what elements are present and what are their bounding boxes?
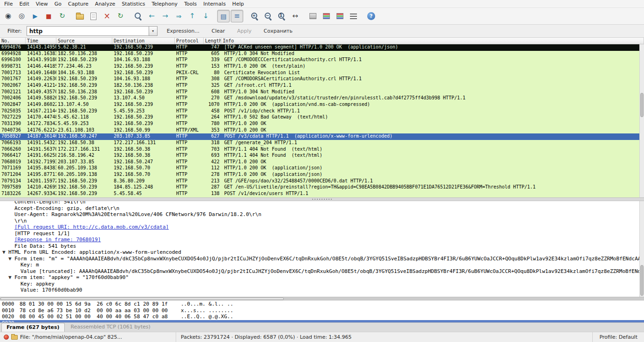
help-button[interactable]: ? bbox=[365, 10, 377, 22]
go-to-packet-button[interactable]: ⇒ bbox=[172, 10, 185, 22]
expander-icon[interactable]: ▼ bbox=[8, 274, 14, 281]
start-capture-button[interactable]: ▶ bbox=[29, 10, 41, 22]
open-file-button[interactable] bbox=[74, 10, 86, 22]
packet-row[interactable]: 700171314149.16486(104.16.93.188192.168.… bbox=[0, 70, 644, 77]
zoom-out-button[interactable]: − bbox=[262, 10, 274, 22]
scrollbar-thumb[interactable] bbox=[640, 265, 644, 296]
coloring-rules-button[interactable] bbox=[334, 10, 346, 22]
find-packet-button[interactable] bbox=[132, 10, 144, 22]
expander-icon[interactable]: ▼ bbox=[2, 249, 8, 256]
tab-frame[interactable]: Frame (627 bytes) bbox=[1, 323, 65, 332]
go-back-button[interactable]: ← bbox=[145, 10, 158, 22]
menu-analyze[interactable]: Analyze bbox=[92, 0, 118, 8]
packet-row[interactable]: 700206714149.41214(192.168.50.239182.50.… bbox=[0, 83, 644, 89]
packet-row[interactable]: 705892714187.36146(192.168.50.247203.107… bbox=[0, 133, 644, 140]
column-header-destination[interactable]: Destination bbox=[112, 38, 175, 44]
autoscroll-toggle-button[interactable]: ≡ bbox=[231, 10, 243, 22]
detail-line[interactable]: ▼Form item: "appkey" = "170f60d0bab90" bbox=[0, 274, 644, 281]
packet-row[interactable]: 699487614143.14950:5.62.38.21192.168.50.… bbox=[0, 44, 644, 51]
capture-file-icon[interactable] bbox=[11, 335, 18, 340]
column-header-protocol[interactable]: Protocol bbox=[175, 38, 204, 44]
menu-file[interactable]: File bbox=[1, 0, 16, 8]
menu-view[interactable]: View bbox=[33, 0, 51, 8]
packet-row[interactable]: 706619314191.54321(192.168.50.38172.217.… bbox=[0, 140, 644, 147]
filter-label-button[interactable]: Filter: bbox=[4, 27, 26, 35]
packet-row[interactable]: 707913414201.15972(192.168.50.2398.36.80… bbox=[0, 178, 644, 185]
restart-capture-button[interactable]: ↻ bbox=[56, 10, 69, 22]
detail-line[interactable]: User-Agent: Ragnarok%20M%3A%20Eternal%20… bbox=[0, 211, 644, 218]
filter-clear-button[interactable]: Clear bbox=[212, 28, 225, 34]
go-to-bottom-button[interactable]: ↓ bbox=[199, 10, 212, 22]
packet-row[interactable]: 704073614176.62214(23.61.108.103192.168.… bbox=[0, 127, 644, 134]
packet-row[interactable]: 706626014191.56370(172.217.166.131192.16… bbox=[0, 147, 644, 153]
expert-info-icon[interactable] bbox=[4, 335, 9, 340]
scrollbar-thumb[interactable] bbox=[640, 93, 644, 117]
filter-dropdown-button[interactable]: ▾ bbox=[149, 26, 158, 36]
save-file-button[interactable] bbox=[87, 10, 100, 22]
hex-row[interactable]: 002008 00 45 00 02 51 00 00 40 00 40 06 … bbox=[0, 314, 644, 320]
filter-expression-button[interactable]: Expression... bbox=[167, 28, 199, 34]
packet-row[interactable]: 707120414195.87711(60.205.109.138192.168… bbox=[0, 172, 644, 178]
filter-save-button[interactable]: Сохранить bbox=[264, 28, 293, 34]
packet-row[interactable]: 700240614149.58826(192.168.50.23913.107.… bbox=[0, 95, 644, 102]
menu-capture[interactable]: Capture bbox=[65, 0, 92, 8]
packet-row[interactable]: 706801914192.71993:203.107.33.85192.168.… bbox=[0, 159, 644, 166]
detail-line[interactable]: Content-Length: 541\r\n bbox=[0, 201, 644, 205]
go-to-top-button[interactable]: ↑ bbox=[186, 10, 199, 22]
menu-tools[interactable]: Tools bbox=[181, 0, 200, 8]
capture-options-button[interactable]: ◎ bbox=[15, 10, 28, 22]
detail-line[interactable]: \r\n bbox=[0, 218, 644, 224]
reload-file-button[interactable]: ↻ bbox=[114, 10, 127, 22]
profile-text[interactable]: Profile: Default bbox=[593, 334, 644, 340]
tab-reassembled-tcp[interactable]: Reassembled TCP (1061 bytes) bbox=[66, 323, 155, 332]
packet-row[interactable]: 706641714191.66258(216.58.196.42192.168.… bbox=[0, 153, 644, 159]
detail-line[interactable]: Key: m bbox=[0, 262, 644, 268]
expander-icon[interactable]: ▼ bbox=[8, 256, 14, 262]
packet-row[interactable]: 702722914170.44748(5.45.62.118192.168.50… bbox=[0, 114, 644, 121]
column-header-source[interactable]: Source bbox=[56, 38, 112, 44]
list-interfaces-button[interactable]: ◉ bbox=[2, 10, 14, 22]
menu-telephony[interactable]: Telephony bbox=[149, 0, 181, 8]
pane-splitter[interactable] bbox=[0, 197, 644, 201]
detail-line[interactable]: Value: 170f60d0bab90 bbox=[0, 287, 644, 293]
packet-row[interactable]: 718322614267.93342(192.168.50.2395.45.58… bbox=[0, 191, 644, 197]
filter-input[interactable]: http bbox=[27, 26, 149, 36]
menu-edit[interactable]: Edit bbox=[16, 0, 32, 8]
colorize-list-toggle-button[interactable]: ▤ bbox=[217, 10, 230, 22]
detail-line[interactable]: File Data: 541 bytes bbox=[0, 243, 644, 250]
filter-apply-button[interactable]: Apply bbox=[237, 28, 252, 34]
stop-capture-button[interactable]: ■ bbox=[42, 10, 55, 22]
menu-go[interactable]: Go bbox=[51, 0, 65, 8]
packet-row[interactable]: 699492814143.16383(182.50.136.238192.168… bbox=[0, 51, 644, 57]
hex-row[interactable]: 001078 cd 8e a6 73 be 10 d2 00 00 aa aa … bbox=[0, 307, 644, 314]
packet-row[interactable]: 700284714149.86022(13.107.4.50192.168.50… bbox=[0, 102, 644, 108]
column-header-info[interactable]: Info bbox=[221, 38, 644, 44]
detail-line[interactable]: ▼Form item: "m" = "AAAAhQAAAIEABdvh/dkC3… bbox=[0, 256, 644, 262]
hex-row[interactable]: 000088 01 30 00 00 15 6d 9a 26 c0 6c 8d … bbox=[0, 301, 644, 307]
packet-row[interactable]: 707116914195.84383(60.205.109.138192.168… bbox=[0, 165, 644, 172]
menu-help[interactable]: Help bbox=[229, 0, 247, 8]
go-forward-button[interactable]: → bbox=[159, 10, 171, 22]
detail-line[interactable]: [HTTP request 1/1] bbox=[0, 230, 644, 237]
hex-row[interactable]: 0030 bbox=[0, 320, 644, 323]
packet-row[interactable]: 702503514167.21144(192.168.50.2395.45.59… bbox=[0, 108, 644, 115]
packet-row[interactable]: 700212114149.43570(182.50.136.238192.168… bbox=[0, 89, 644, 96]
details-scrollbar[interactable] bbox=[639, 201, 644, 297]
menu-internals[interactable]: Internals bbox=[200, 0, 229, 8]
resize-columns-button[interactable]: ↔ bbox=[289, 10, 301, 22]
preferences-button[interactable] bbox=[347, 10, 360, 22]
packet-row[interactable]: 709758914210.42699(192.168.50.239184.85.… bbox=[0, 184, 644, 191]
capture-filter-button[interactable] bbox=[307, 10, 319, 22]
scrollbar-thumb[interactable] bbox=[0, 298, 284, 300]
details-horizontal-scrollbar[interactable] bbox=[0, 297, 644, 300]
zoom-100-button[interactable]: 1 bbox=[275, 10, 288, 22]
menu-statistics[interactable]: Statistics bbox=[118, 0, 148, 8]
detail-link[interactable]: [Response in frame: 7068019] bbox=[14, 237, 101, 243]
close-file-button[interactable]: × bbox=[101, 10, 113, 22]
detail-line[interactable]: Key: appkey bbox=[0, 281, 644, 287]
packet-row[interactable]: 699873114146.44185:77.234.46.23192.168.5… bbox=[0, 63, 644, 70]
packet-row[interactable]: 699610014143.99180(192.168.50.239104.16.… bbox=[0, 57, 644, 63]
detail-line[interactable]: [Response in frame: 7068019] bbox=[0, 237, 644, 243]
packet-list-scrollbar[interactable] bbox=[639, 44, 644, 197]
zoom-in-button[interactable]: + bbox=[248, 10, 261, 22]
